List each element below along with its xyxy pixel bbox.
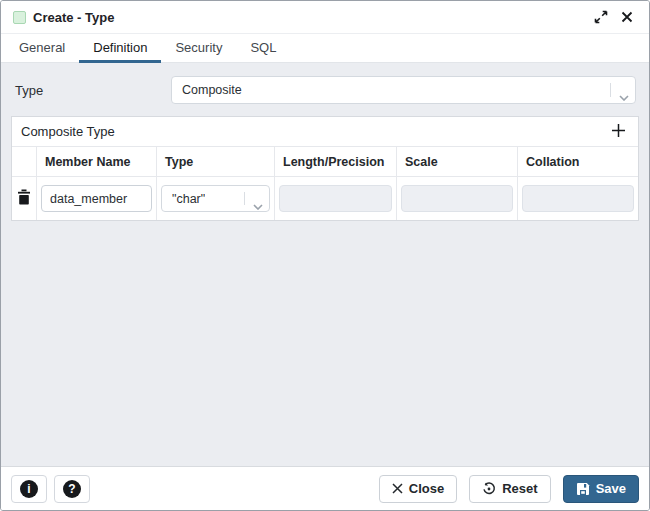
member-type-value: "char"	[172, 192, 205, 206]
grid-header-member-name: Member Name	[37, 147, 157, 177]
panel-title: Composite Type	[21, 124, 607, 139]
length-precision-cell	[275, 177, 397, 220]
dialog-title: Create - Type	[33, 10, 591, 25]
close-button-label: Close	[409, 481, 444, 496]
sql-help-button[interactable]: i	[11, 475, 47, 503]
type-select[interactable]: Composite	[171, 76, 636, 104]
collation-input	[522, 185, 634, 212]
scale-input	[401, 185, 513, 212]
save-button-label: Save	[596, 481, 626, 496]
length-precision-input	[279, 185, 392, 212]
grid-header-collation: Collation	[518, 147, 638, 177]
plus-icon	[611, 123, 626, 141]
type-object-icon	[13, 11, 26, 24]
tab-sql[interactable]: SQL	[236, 34, 290, 63]
type-field-row: Type Composite	[15, 76, 636, 104]
member-type-cell: "char"	[157, 177, 275, 220]
help-icon: ?	[63, 480, 81, 498]
save-button[interactable]: Save	[563, 475, 639, 503]
tab-general[interactable]: General	[5, 34, 79, 63]
composite-type-header: Composite Type	[12, 117, 638, 147]
close-button[interactable]: Close	[379, 475, 457, 503]
grid-header-scale: Scale	[397, 147, 518, 177]
composite-type-grid: Member Name Type Length/Precision Scale …	[12, 147, 638, 220]
member-type-select[interactable]: "char"	[161, 185, 270, 212]
add-row-button[interactable]	[607, 121, 629, 143]
create-type-dialog: Create - Type General Definition Securit…	[0, 0, 650, 511]
table-row: "char"	[12, 177, 638, 220]
chevron-down-icon	[253, 196, 263, 214]
info-icon: i	[20, 480, 38, 498]
dialog-titlebar: Create - Type	[1, 1, 649, 34]
reset-button-label: Reset	[502, 481, 537, 496]
definition-tab-content: Type Composite Composite Type	[1, 63, 649, 466]
select-separator	[610, 83, 611, 97]
grid-header-actions	[12, 147, 37, 177]
close-x-icon	[392, 483, 409, 494]
type-label: Type	[15, 83, 171, 98]
tab-definition[interactable]: Definition	[79, 34, 161, 63]
tab-security[interactable]: Security	[161, 34, 236, 63]
grid-header-row: Member Name Type Length/Precision Scale …	[12, 147, 638, 177]
delete-row-button[interactable]	[15, 190, 33, 208]
tab-bar: General Definition Security SQL	[1, 34, 649, 63]
select-separator	[244, 192, 245, 205]
grid-header-length-precision: Length/Precision	[275, 147, 397, 177]
composite-type-panel: Composite Type Member Name Type Length/P…	[11, 116, 639, 221]
member-name-cell	[37, 177, 157, 220]
row-actions-cell	[12, 177, 37, 220]
trash-icon	[17, 189, 31, 208]
close-icon[interactable]	[617, 7, 637, 27]
member-name-input[interactable]	[41, 185, 152, 212]
expand-icon[interactable]	[591, 7, 611, 27]
scale-cell	[397, 177, 518, 220]
dialog-footer: i ? Close Reset	[1, 466, 649, 510]
reset-button[interactable]: Reset	[469, 475, 550, 503]
grid-header-type: Type	[157, 147, 275, 177]
dialog-help-button[interactable]: ?	[54, 475, 90, 503]
type-select-value: Composite	[182, 83, 242, 97]
chevron-down-icon	[619, 87, 629, 105]
collation-cell	[518, 177, 638, 220]
reset-icon	[482, 482, 502, 496]
save-floppy-icon	[576, 482, 596, 496]
